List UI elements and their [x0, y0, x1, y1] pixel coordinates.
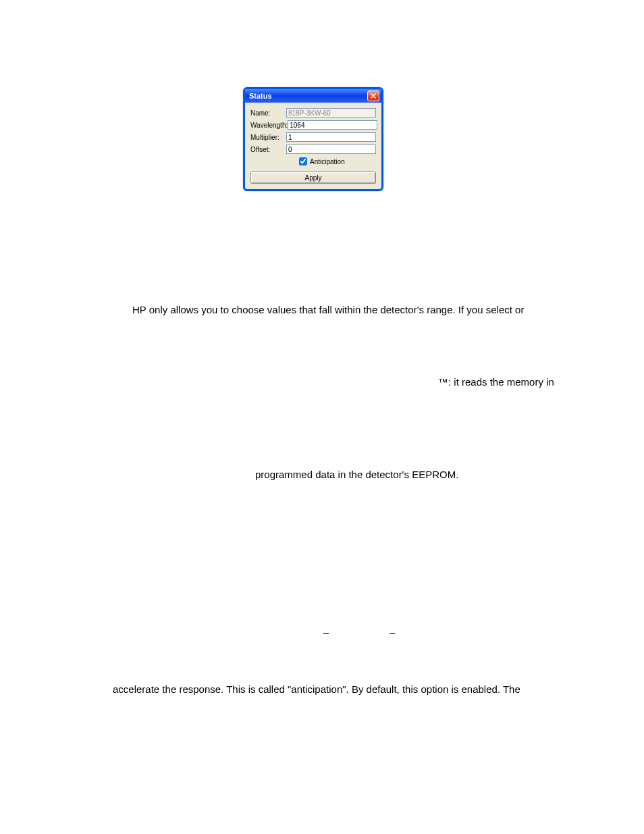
- close-button[interactable]: [367, 90, 379, 101]
- wavelength-field[interactable]: [288, 120, 377, 130]
- anticipation-checkbox[interactable]: [299, 157, 307, 165]
- status-dialog: Status Name: Wavelength: Multiplier: Of: [243, 87, 383, 191]
- body-text-line: accelerate the response. This is called …: [113, 683, 520, 695]
- anticipation-label: Anticipation: [310, 158, 345, 165]
- dash-char: –: [323, 627, 329, 638]
- dash-char: –: [390, 627, 395, 638]
- multiplier-field[interactable]: [286, 132, 376, 142]
- close-icon: [371, 93, 376, 99]
- name-label: Name:: [250, 109, 286, 117]
- apply-button[interactable]: Apply: [250, 172, 376, 184]
- titlebar: Status: [245, 89, 381, 103]
- form-area: Name: Wavelength: Multiplier: Offset: An…: [245, 103, 381, 170]
- offset-label: Offset:: [250, 146, 286, 153]
- name-field: [286, 108, 376, 118]
- body-text-line: programmed data in the detector's EEPROM…: [255, 469, 458, 480]
- dialog-title: Status: [249, 92, 272, 100]
- offset-field[interactable]: [286, 145, 376, 154]
- multiplier-label: Multiplier:: [250, 134, 286, 141]
- body-text-line: HP only allows you to choose values that…: [132, 304, 524, 315]
- body-text-line: ™: it reads the memory in: [438, 376, 554, 388]
- wavelength-label: Wavelength:: [250, 122, 288, 129]
